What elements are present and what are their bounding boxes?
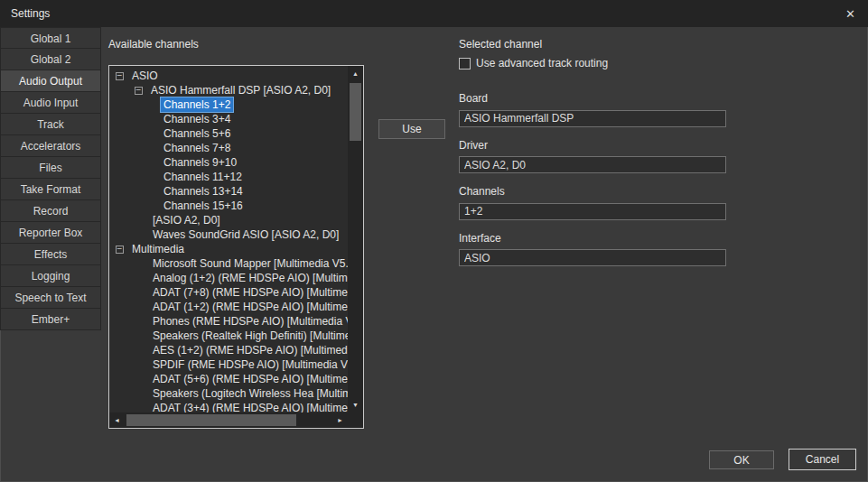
- sidebar-item-effects[interactable]: Effects: [0, 244, 101, 265]
- tree-item-label: ADAT (1+2) (RME HDSPe AIO) [Multimedia V: [150, 300, 348, 314]
- field-group-channels: Channels: [459, 185, 726, 220]
- selected-channel-label: Selected channel: [459, 38, 726, 51]
- horizontal-scroll-thumb[interactable]: [126, 414, 296, 426]
- collapse-icon[interactable]: −: [116, 246, 124, 254]
- scroll-up-icon[interactable]: ▲: [348, 66, 363, 81]
- use-button[interactable]: Use: [378, 119, 445, 139]
- field-label-board: Board: [459, 92, 726, 105]
- tree-item-label: ASIO: [129, 69, 161, 83]
- tree-item-label: Channels 5+6: [161, 126, 233, 141]
- sidebar-item-global-2[interactable]: Global 2: [0, 49, 101, 70]
- tree-item-microsoft-sound-mapper-multimedia-v5-0[interactable]: Microsoft Sound Mapper [Multimedia V5.0: [109, 256, 348, 271]
- tree-item-label: Multimedia: [129, 242, 187, 256]
- channel-fields: BoardDriverChannelsInterface: [459, 92, 726, 266]
- tree-item-label: ASIO Hammerfall DSP [ASIO A2, D0]: [148, 83, 333, 97]
- sidebar-item-take-format[interactable]: Take Format: [0, 179, 101, 200]
- field-group-board: Board: [459, 92, 726, 127]
- tree-item-analog-1-2-rme-hdspe-aio-multimedia[interactable]: Analog (1+2) (RME HDSPe AIO) [Multimedia: [109, 271, 348, 285]
- advanced-routing-checkbox[interactable]: [459, 58, 471, 70]
- sidebar-item-audio-output[interactable]: Audio Output: [0, 70, 101, 92]
- tree-item-adat-7-8-rme-hdspe-aio-multimedia-v[interactable]: ADAT (7+8) (RME HDSPe AIO) [Multimedia V: [109, 285, 348, 300]
- field-label-channels: Channels: [459, 185, 726, 198]
- tree-item-phones-rme-hdspe-aio-multimedia-v10[interactable]: Phones (RME HDSPe AIO) [Multimedia V10.: [109, 314, 348, 329]
- tree-item-label: Speakers (Logitech Wireless Hea [Multime…: [150, 386, 348, 401]
- field-group-interface: Interface: [459, 232, 726, 267]
- channel-listbox: −ASIO−ASIO Hammerfall DSP [ASIO A2, D0]C…: [108, 65, 364, 429]
- tree-item-label: Channels 15+16: [161, 199, 246, 213]
- tree-item-spdif-rme-hdspe-aio-multimedia-v10-0[interactable]: SPDIF (RME HDSPe AIO) [Multimedia V10.0]: [109, 357, 348, 372]
- sidebar-item-files[interactable]: Files: [0, 157, 101, 179]
- tree-item-channels-5-6[interactable]: Channels 5+6: [109, 126, 348, 141]
- tree-item-adat-5-6-rme-hdspe-aio-multimedia-v[interactable]: ADAT (5+6) (RME HDSPe AIO) [Multimedia V: [109, 372, 348, 386]
- tree-item-aes-1-2-rme-hdspe-aio-multimedia-v1[interactable]: AES (1+2) (RME HDSPe AIO) [Multimedia V1: [109, 343, 348, 357]
- tree-item-label: Speakers (Realtek High Definiti) [Multim…: [150, 329, 348, 343]
- field-input-interface[interactable]: [459, 249, 726, 266]
- tree-item-channels-11-12[interactable]: Channels 11+12: [109, 170, 348, 184]
- sidebar-item-track[interactable]: Track: [0, 114, 101, 135]
- sidebar-item-global-1[interactable]: Global 1: [0, 27, 101, 49]
- sidebar-item-record[interactable]: Record: [0, 200, 101, 222]
- sidebar: Global 1Global 2Audio OutputAudio InputT…: [0, 27, 101, 330]
- sidebar-item-logging[interactable]: Logging: [0, 265, 101, 287]
- tree-item-label: AES (1+2) (RME HDSPe AIO) [Multimedia V1: [150, 343, 348, 357]
- tree-item-label: Phones (RME HDSPe AIO) [Multimedia V10.: [150, 314, 348, 329]
- tree-item-label: ADAT (7+8) (RME HDSPe AIO) [Multimedia V: [150, 285, 348, 300]
- settings-window: Settings ✕ Global 1Global 2Audio OutputA…: [0, 0, 868, 482]
- window-title: Settings: [11, 7, 50, 20]
- tree-item-speakers-logitech-wireless-hea-multimed[interactable]: Speakers (Logitech Wireless Hea [Multime…: [109, 386, 348, 401]
- sidebar-item-accelerators[interactable]: Accelerators: [0, 135, 101, 157]
- tree-item-channels-1-2[interactable]: Channels 1+2: [109, 97, 348, 112]
- advanced-routing-checkbox-row[interactable]: Use advanced track routing: [459, 57, 726, 70]
- tree-item-channels-3-4[interactable]: Channels 3+4: [109, 112, 348, 126]
- channel-tree: −ASIO−ASIO Hammerfall DSP [ASIO A2, D0]C…: [109, 66, 348, 412]
- ok-button[interactable]: OK: [709, 450, 774, 469]
- tree-item-multimedia[interactable]: −Multimedia: [109, 242, 348, 256]
- sidebar-item-ember[interactable]: Ember+: [0, 309, 101, 330]
- field-label-driver: Driver: [459, 139, 726, 152]
- tree-item-asio[interactable]: −ASIO: [109, 69, 348, 83]
- scroll-down-icon[interactable]: ▼: [348, 397, 363, 412]
- field-input-channels[interactable]: [459, 203, 726, 220]
- collapse-icon[interactable]: −: [116, 72, 124, 80]
- sidebar-item-audio-input[interactable]: Audio Input: [0, 92, 101, 114]
- vertical-scroll-thumb[interactable]: [350, 83, 361, 141]
- available-channels-label: Available channels: [108, 38, 199, 51]
- field-group-driver: Driver: [459, 139, 726, 174]
- tree-item-asio-a2-d0[interactable]: [ASIO A2, D0]: [109, 213, 348, 227]
- horizontal-scrollbar[interactable]: ◄ ►: [109, 412, 348, 428]
- close-icon[interactable]: ✕: [844, 7, 857, 21]
- tree-item-speakers-realtek-high-definiti-multimedi[interactable]: Speakers (Realtek High Definiti) [Multim…: [109, 329, 348, 343]
- tree-item-label: SPDIF (RME HDSPe AIO) [Multimedia V10.0]: [150, 357, 348, 372]
- tree-item-adat-3-4-rme-hdspe-aio-multimedia[interactable]: ADAT (3+4) (RME HDSPe AIO) [Multimedia: [109, 401, 348, 412]
- tree-item-channels-7-8[interactable]: Channels 7+8: [109, 141, 348, 155]
- field-label-interface: Interface: [459, 232, 726, 245]
- sidebar-item-reporter-box[interactable]: Reporter Box: [0, 222, 101, 244]
- cancel-button[interactable]: Cancel: [789, 449, 856, 470]
- collapse-icon[interactable]: −: [135, 87, 143, 95]
- tree-item-label: Microsoft Sound Mapper [Multimedia V5.0: [150, 256, 348, 271]
- tree-item-label: Analog (1+2) (RME HDSPe AIO) [Multimedia: [150, 271, 348, 285]
- tree-item-asio-hammerfall-dsp-asio-a2-d0[interactable]: −ASIO Hammerfall DSP [ASIO A2, D0]: [109, 83, 348, 97]
- field-input-board[interactable]: [459, 110, 726, 127]
- tree-item-adat-1-2-rme-hdspe-aio-multimedia-v[interactable]: ADAT (1+2) (RME HDSPe AIO) [Multimedia V: [109, 300, 348, 314]
- title-bar: Settings ✕: [0, 0, 868, 27]
- vertical-scrollbar[interactable]: ▲ ▼: [348, 66, 363, 412]
- tree-item-label: Channels 11+12: [161, 170, 245, 184]
- tree-item-label: ADAT (3+4) (RME HDSPe AIO) [Multimedia: [150, 401, 348, 412]
- tree-item-label: Channels 1+2: [161, 97, 233, 112]
- tree-item-label: Channels 3+4: [161, 112, 233, 126]
- scrollbar-corner: [348, 412, 363, 428]
- tree-item-label: Channels 13+14: [161, 184, 246, 199]
- tree-item-label: ADAT (5+6) (RME HDSPe AIO) [Multimedia V: [150, 372, 348, 386]
- tree-item-channels-9-10[interactable]: Channels 9+10: [109, 155, 348, 170]
- scroll-right-icon[interactable]: ►: [332, 412, 348, 428]
- scroll-left-icon[interactable]: ◄: [109, 412, 125, 428]
- tree-item-channels-13-14[interactable]: Channels 13+14: [109, 184, 348, 199]
- field-input-driver[interactable]: [459, 156, 726, 173]
- tree-item-label: Waves SoundGrid ASIO [ASIO A2, D0]: [150, 227, 341, 242]
- tree-item-label: Channels 7+8: [161, 141, 233, 155]
- sidebar-item-speech-to-text[interactable]: Speech to Text: [0, 287, 101, 309]
- advanced-routing-label: Use advanced track routing: [476, 57, 608, 70]
- tree-item-waves-soundgrid-asio-asio-a2-d0[interactable]: Waves SoundGrid ASIO [ASIO A2, D0]: [109, 227, 348, 242]
- tree-item-channels-15-16[interactable]: Channels 15+16: [109, 199, 348, 213]
